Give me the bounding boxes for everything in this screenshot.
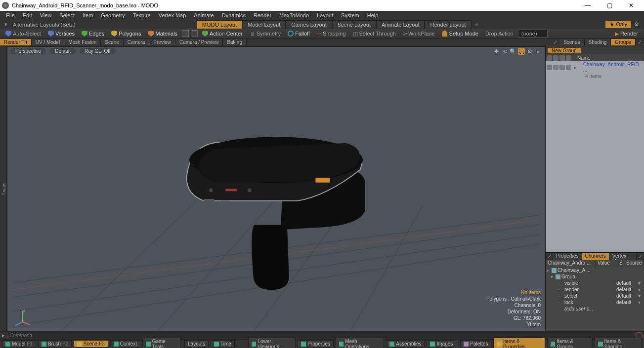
stab-baking[interactable]: Baking (223, 39, 247, 45)
materials-button[interactable]: Materials (145, 31, 180, 37)
toolbar: Auto-Select Vertices Edges Polygons Mate… (0, 29, 644, 39)
channels-panel: ⤢ Properties Channels Vertex Maps ⤢ Chai… (546, 252, 644, 331)
menu-dynamics[interactable]: Dynamics (218, 12, 250, 18)
svg-point-14 (248, 189, 252, 193)
newgroup-button[interactable]: New Group (548, 48, 581, 53)
actioncenter-button[interactable]: Action Center (200, 31, 245, 37)
channel-tree[interactable]: ▸Chainway_A ... ▾Group ·visibledefault▾ … (546, 267, 644, 331)
btab-scene[interactable]: SceneF3 (74, 340, 108, 348)
polygons-button[interactable]: Polygons (109, 31, 143, 37)
menu-select[interactable]: Select (55, 12, 79, 18)
svg-line-9 (148, 191, 264, 331)
list-item[interactable]: ▸ Chainway_Android_RFID ... (546, 61, 644, 73)
stab-rendertri[interactable]: Render Tri (0, 39, 32, 45)
rtab-shading[interactable]: Shading (585, 39, 611, 45)
model-scanner (187, 137, 365, 290)
dropaction-select[interactable]: (none) (518, 30, 548, 38)
btab-model[interactable]: ModelF1 (2, 340, 36, 348)
layout-gear-icon[interactable]: ⚙ (631, 21, 642, 28)
group-list[interactable]: ▸ Chainway_Android_RFID ... 4 Items (546, 61, 644, 252)
btab-gametools[interactable]: Game Tools (142, 338, 180, 348)
stab-camera[interactable]: Camera (124, 39, 150, 45)
workplane-button[interactable]: ▱WorkPlane (400, 31, 437, 37)
menu-render[interactable]: Render (250, 12, 275, 18)
stab-uvmodel[interactable]: UV / Model (32, 39, 64, 45)
rtab-groups[interactable]: Groups (611, 39, 636, 45)
menu-texture[interactable]: Texture (129, 12, 155, 18)
target-icon (202, 31, 208, 37)
stab-camerapreview[interactable]: Camera / Preview (175, 39, 223, 45)
alt-layouts-label[interactable]: Alternative Layouts (Beta) (10, 22, 79, 28)
btab-itemsshading[interactable]: Items & Shading (595, 338, 642, 348)
cmd-history-icon[interactable]: ▸ (0, 332, 7, 339)
expand-right-icon[interactable]: ⤢ (636, 39, 644, 45)
layout-dropdown-icon[interactable]: ▾ (2, 21, 10, 28)
toggle-2[interactable] (191, 30, 198, 37)
btab-assemblies[interactable]: Assemblies (386, 340, 425, 348)
close-button[interactable]: ✕ (620, 2, 642, 9)
setupmode-button[interactable]: Setup Mode (439, 31, 481, 37)
stab-meshfusion[interactable]: Mesh Fusion (64, 39, 101, 45)
rtab-scenes[interactable]: Scenes (559, 39, 584, 45)
vertices-button[interactable]: Vertices (45, 31, 77, 37)
only-badge[interactable]: ★ Only (605, 21, 631, 28)
window-title: Chainway_Android_RFID_Scanner_modo_base.… (12, 2, 577, 8)
btab-time[interactable]: Time (211, 340, 235, 348)
menu-geometry[interactable]: Geometry (97, 12, 129, 18)
menu-item[interactable]: Item (79, 12, 97, 18)
symmetry-button[interactable]: ⫼Symmetry (247, 31, 284, 37)
menu-vertexmap[interactable]: Vertex Map (155, 12, 190, 18)
add-layout-button[interactable]: + (472, 21, 482, 29)
render-button[interactable]: ▶Render (612, 31, 641, 37)
selectthrough-button[interactable]: ◫Select Through (350, 31, 398, 37)
tab-model-layout[interactable]: Model Layout (242, 20, 286, 29)
shield-icon (5, 31, 11, 37)
btab-meshops[interactable]: Mesh Operations (336, 338, 385, 348)
chtab-channels[interactable]: Channels (582, 253, 609, 260)
stab-preview[interactable]: Preview (149, 39, 175, 45)
right-panel: New Group Name ▸ Chainway_Android_RFID .… (545, 46, 644, 331)
setup-icon (442, 31, 448, 37)
btab-lowerviewports[interactable]: Lower Viewports (248, 338, 296, 348)
minimize-button[interactable]: — (577, 2, 599, 9)
tab-games-layout[interactable]: Games Layout (286, 20, 332, 29)
tab-render-layout[interactable]: Render Layout (425, 20, 471, 29)
menu-animate[interactable]: Animate (190, 12, 217, 18)
menu-view[interactable]: View (36, 12, 56, 18)
chtab-properties[interactable]: Properties (553, 253, 582, 260)
menu-maxtomodo[interactable]: MaxToModo (275, 12, 313, 18)
menu-system[interactable]: System (337, 12, 363, 18)
menu-help[interactable]: Help (363, 12, 383, 18)
btab-itemsgroups[interactable]: Items & Groups (547, 338, 593, 348)
btab-context[interactable]: Context (110, 340, 140, 348)
chtab-vertexmaps[interactable]: Vertex Maps (609, 253, 637, 260)
menu-file[interactable]: File (2, 12, 19, 18)
titlebar: Chainway_Android_RFID_Scanner_modo_base.… (0, 0, 644, 11)
rail-snaps[interactable]: Snaps (1, 183, 6, 195)
btab-layouts[interactable]: Layouts (184, 340, 209, 348)
axis-gizmo[interactable]: y (12, 307, 32, 327)
menu-edit[interactable]: Edit (19, 12, 36, 18)
edges-button[interactable]: Edges (79, 31, 107, 37)
maximize-button[interactable]: ▢ (599, 2, 620, 9)
snapping-button[interactable]: ⊹Snapping (314, 31, 348, 37)
btab-itemsprops[interactable]: Items & Properties (493, 338, 545, 348)
stab-scene[interactable]: Scene (101, 39, 123, 45)
tab-modo-layout[interactable]: MODO Layout (197, 20, 242, 29)
bottom-bar: ModelF1 BrushF2 SceneF3 Context Game Too… (0, 339, 644, 348)
autoselect-button[interactable]: Auto-Select (3, 31, 43, 37)
btab-palettes[interactable]: Palettes (460, 340, 491, 348)
chan-max-icon[interactable]: ⤢ (637, 253, 644, 260)
menu-layout[interactable]: Layout (313, 12, 337, 18)
btab-properties[interactable]: Properties (298, 340, 334, 348)
viewport-3d[interactable]: Perspective Default Ray GL: Off ✥ ⟲ 🔍 ⛶ … (7, 46, 545, 331)
tab-animate-layout[interactable]: Animate Layout (376, 20, 425, 29)
btab-brush[interactable]: BrushF2 (38, 340, 72, 348)
tab-scene-layout[interactable]: Scene Layout (332, 20, 376, 29)
toggle-1[interactable] (182, 30, 189, 37)
falloff-button[interactable]: Falloff (285, 31, 312, 37)
btab-images[interactable]: Images (427, 340, 456, 348)
expand-icon[interactable]: ⤢ (551, 39, 559, 45)
chan-expand-icon[interactable]: ⤢ (546, 253, 553, 260)
shield-icon (82, 31, 87, 37)
